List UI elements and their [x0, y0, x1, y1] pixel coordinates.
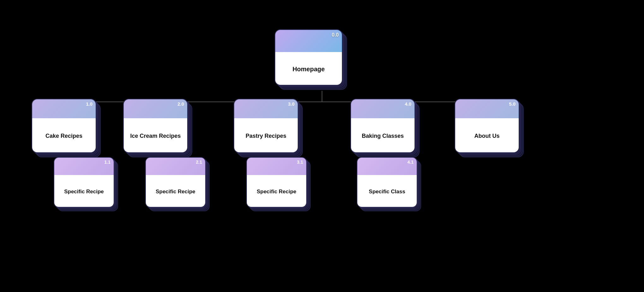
- node-5-number: 5.0: [509, 101, 516, 107]
- node-2-number: 2.0: [177, 101, 184, 107]
- node-4[interactable]: 4.0 Baking Classes: [350, 99, 420, 159]
- node-5[interactable]: 5.0 About Us: [455, 99, 524, 159]
- node-root[interactable]: 0.0 Homepage: [275, 29, 347, 91]
- node-41-label: Specific Class: [369, 189, 405, 195]
- node-4-label: Baking Classes: [362, 133, 404, 139]
- node-root-label: Homepage: [292, 66, 325, 73]
- node-11-label: Specific Recipe: [64, 189, 104, 195]
- node-31-number: 3.1: [297, 160, 303, 165]
- node-31-label: Specific Recipe: [257, 189, 296, 195]
- node-1-number: 1.0: [86, 101, 92, 107]
- node-41[interactable]: 4.1 Specific Class: [357, 157, 421, 212]
- node-21-label: Specific Recipe: [156, 189, 195, 195]
- node-41-number: 4.1: [408, 160, 414, 165]
- node-11-number: 1.1: [104, 160, 110, 165]
- node-root-number: 0.0: [332, 32, 339, 38]
- node-2-label: Ice Cream Recipes: [130, 133, 181, 139]
- node-1[interactable]: 1.0 Cake Recipes: [32, 99, 101, 159]
- node-21-number: 2.1: [196, 160, 202, 165]
- node-31[interactable]: 3.1 Specific Recipe: [246, 157, 311, 212]
- node-2[interactable]: 2.0 Ice Cream Recipes: [123, 99, 193, 159]
- site-map-diagram: 0.0 Homepage 1.0 Cake Recipes: [22, 12, 622, 280]
- node-21[interactable]: 2.1 Specific Recipe: [145, 157, 210, 212]
- node-3-number: 3.0: [288, 101, 295, 107]
- node-5-label: About Us: [474, 133, 500, 139]
- node-3-label: Pastry Recipes: [246, 133, 286, 139]
- node-4-number: 4.0: [405, 101, 411, 107]
- node-1-label: Cake Recipes: [45, 133, 82, 139]
- node-11[interactable]: 1.1 Specific Recipe: [54, 157, 118, 212]
- node-3[interactable]: 3.0 Pastry Recipes: [234, 99, 303, 159]
